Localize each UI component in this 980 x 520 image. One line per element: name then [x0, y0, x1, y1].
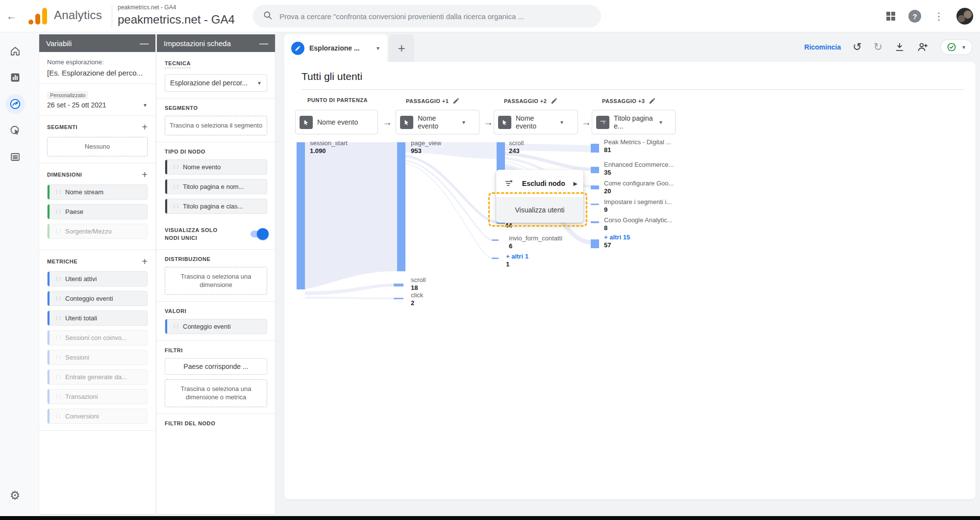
node-type-chip[interactable]: ⋮⋮Titolo pagina e nom... [165, 179, 267, 194]
node-bar-impostare[interactable] [591, 204, 599, 205]
value-chip[interactable]: ⋮⋮Conteggio eventi [165, 319, 267, 334]
drag-handle-icon[interactable]: ⋮⋮ [54, 394, 61, 399]
tab-exploration[interactable]: Esplorazione ... ▼ [284, 34, 387, 62]
edit-pencil-icon[interactable] [649, 97, 656, 104]
drag-handle-icon[interactable]: ⋮⋮ [172, 204, 179, 208]
node-bar-click-2[interactable] [394, 298, 403, 299]
property-title[interactable]: peakmetrics.net - GA4 [118, 13, 235, 26]
chip-color-bar [48, 224, 50, 238]
explore-icon[interactable] [5, 94, 25, 114]
drag-handle-icon[interactable]: ⋮⋮ [54, 229, 61, 234]
home-icon[interactable] [5, 41, 25, 61]
add-segment-icon[interactable]: + [142, 122, 148, 132]
node-bar-altri-15[interactable] [591, 239, 599, 248]
column-header-label: PASSAGGIO +2 [504, 98, 547, 104]
unique-nodes-toggle[interactable] [251, 231, 267, 237]
date-range-section[interactable]: Personalizzato 26 set - 25 ott 2021 ▼ [39, 84, 155, 116]
step3-node-selector[interactable]: Titolo pagina e... ▼ [592, 110, 676, 134]
filter-chip[interactable]: Paese corrisponde ... [165, 358, 267, 375]
settings-gear-icon[interactable]: ⚙ [10, 489, 21, 502]
show-more-link[interactable]: + altri 1 [506, 253, 528, 260]
step2-node-selector[interactable]: Nome evento ▼ [494, 110, 578, 134]
drag-handle-icon[interactable]: ⋮⋮ [54, 414, 61, 418]
collapse-panel-icon[interactable]: — [140, 39, 149, 48]
filters-dropzone[interactable]: Trascina o seleziona una dimensione o me… [165, 379, 267, 407]
add-dimension-icon[interactable]: + [142, 170, 148, 180]
back-icon[interactable]: ← [4, 9, 19, 24]
exploration-name-value[interactable]: [Es. Esplorazione del perco... [47, 69, 148, 77]
node-filters-label: FILTRI DEL NODO [165, 420, 267, 426]
technique-select[interactable]: Esplorazione del percor... ▼ [165, 74, 267, 92]
restart-link[interactable]: Ricomincia [804, 43, 841, 51]
edit-pencil-icon[interactable] [551, 97, 558, 104]
menu-item-exclude-node[interactable]: Escludi nodo ▶ [496, 170, 583, 197]
distribution-dropzone[interactable]: Trascina o seleziona una dimensione [165, 267, 267, 295]
user-avatar[interactable] [956, 8, 973, 25]
values-section: VALORI ⋮⋮Conteggio eventi [157, 302, 275, 341]
account-breadcrumb: peakmetrics.net - GA4 [118, 4, 176, 11]
download-icon[interactable] [894, 42, 905, 52]
metric-chip[interactable]: ⋮⋮Utenti totali [47, 311, 148, 326]
dimension-chip[interactable]: ⋮⋮Paese [47, 204, 148, 219]
drag-handle-icon[interactable]: ⋮⋮ [172, 324, 179, 329]
node-bar-come-configurare[interactable] [591, 185, 599, 189]
drag-handle-icon[interactable]: ⋮⋮ [54, 209, 61, 214]
chevron-down-icon[interactable]: ▼ [376, 46, 380, 51]
advertising-icon[interactable] [5, 121, 25, 140]
help-icon[interactable]: ? [908, 10, 921, 23]
apps-grid-icon[interactable] [886, 11, 896, 21]
node-bar-peak-metrics[interactable] [591, 144, 599, 153]
node-type-chip[interactable]: ⋮⋮Nome evento [165, 159, 267, 175]
metric-chip[interactable]: ⋮⋮Conversioni [47, 409, 148, 424]
search-icon [263, 10, 273, 22]
more-menu-icon[interactable]: ⋮ [934, 11, 944, 21]
dimension-chip[interactable]: ⋮⋮Nome stream [47, 184, 148, 200]
redo-icon[interactable]: ↻ [874, 42, 882, 52]
menu-item-view-users[interactable]: Visualizza utenti [496, 197, 583, 223]
drag-handle-icon[interactable]: ⋮⋮ [54, 190, 61, 194]
column-header-start: PUNTO DI PARTENZA [307, 97, 368, 103]
drag-handle-icon[interactable]: ⋮⋮ [54, 296, 61, 301]
metric-chip[interactable]: ⋮⋮Transazioni [47, 389, 148, 404]
drag-handle-icon[interactable]: ⋮⋮ [172, 184, 179, 189]
add-metric-icon[interactable]: + [142, 257, 148, 266]
drag-handle-icon[interactable]: ⋮⋮ [54, 336, 61, 340]
node-bar-invio-form[interactable] [492, 239, 499, 241]
node-bar-corso[interactable] [591, 221, 599, 223]
global-search[interactable] [253, 5, 601, 27]
node-bar-page-view[interactable] [397, 142, 405, 271]
node-bar-enhanced[interactable] [591, 167, 599, 173]
step1-node-selector[interactable]: Nome evento ▼ [396, 110, 479, 134]
collapse-panel-icon[interactable]: — [259, 39, 268, 48]
metric-chip[interactable]: ⋮⋮Conteggio eventi [47, 291, 148, 306]
drag-handle-icon[interactable]: ⋮⋮ [54, 316, 61, 320]
segments-empty-chip[interactable]: Nessuno [47, 137, 148, 156]
logo-dot [28, 20, 33, 25]
node-bar-scroll-18[interactable] [394, 284, 403, 286]
node-bar-session-start[interactable] [297, 142, 305, 289]
metric-chip[interactable]: ⋮⋮Sessioni con coinvo... [47, 330, 148, 345]
dimension-chip[interactable]: ⋮⋮Sorgente/Mezzo [47, 224, 148, 239]
undo-icon[interactable]: ↺ [853, 42, 861, 52]
start-node-selector[interactable]: Nome evento [295, 110, 378, 134]
share-users-icon[interactable] [917, 41, 929, 53]
show-more-link[interactable]: + altri 15 [604, 234, 630, 241]
metric-chip[interactable]: ⋮⋮Sessioni [47, 350, 148, 365]
reports-icon[interactable] [5, 68, 25, 87]
chip-color-bar [48, 390, 50, 404]
search-input[interactable] [279, 12, 591, 21]
analytics-logo-icon[interactable] [30, 7, 48, 26]
drag-handle-icon[interactable]: ⋮⋮ [54, 277, 61, 281]
node-type-chip[interactable]: ⋮⋮Titolo pagina e clas... [165, 199, 267, 214]
drag-handle-icon[interactable]: ⋮⋮ [54, 355, 61, 360]
add-tab-button[interactable]: + [389, 34, 414, 62]
edit-pencil-icon[interactable] [452, 97, 460, 104]
metric-chip[interactable]: ⋮⋮Entrate generate da... [47, 369, 148, 385]
drag-handle-icon[interactable]: ⋮⋮ [172, 165, 179, 169]
library-icon[interactable] [5, 147, 25, 167]
drag-handle-icon[interactable]: ⋮⋮ [54, 375, 61, 379]
status-check-button[interactable]: ▼ [940, 39, 973, 55]
metric-chip[interactable]: ⋮⋮Utenti attivi [47, 271, 148, 286]
segment-dropzone[interactable]: Trascina o seleziona il segmento [165, 116, 267, 135]
node-bar-altri-1[interactable] [492, 258, 499, 259]
